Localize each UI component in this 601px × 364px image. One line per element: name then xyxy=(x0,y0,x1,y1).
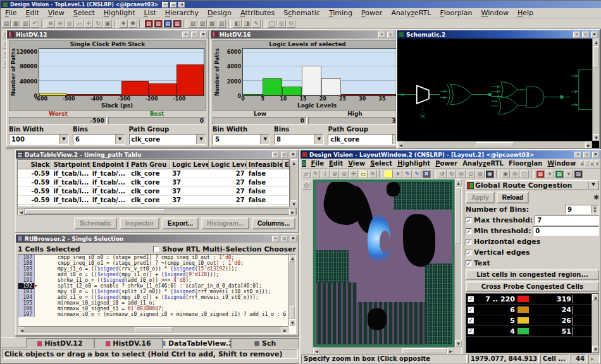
zoom-one-icon[interactable]: ⊙ xyxy=(466,170,475,178)
hist-bar[interactable] xyxy=(302,66,321,95)
maximize-button[interactable] xyxy=(281,236,288,242)
maximize-button[interactable] xyxy=(387,32,394,38)
plot-area[interactable] xyxy=(242,48,400,96)
scrollbar-thumb[interactable] xyxy=(25,209,164,214)
hist-bar[interactable] xyxy=(39,93,66,95)
map-color-icon[interactable]: ▦ xyxy=(555,170,564,178)
column-header[interactable]: Logic Leve xyxy=(170,160,209,169)
path-group-combobox[interactable]: clk_core xyxy=(328,134,402,145)
text-checkbox[interactable] xyxy=(466,260,472,267)
zoom-out-icon[interactable]: ⊖ xyxy=(56,20,65,28)
histogram-button[interactable]: Histogram... xyxy=(201,217,249,229)
table-horizontal-scrollbar[interactable]: ◀ ▶ xyxy=(17,208,297,215)
dropdown-icon[interactable]: ▾ xyxy=(545,170,554,178)
min-threshold-checkbox[interactable] xyxy=(466,228,472,234)
apply-button[interactable]: Apply xyxy=(466,191,495,203)
close-icon[interactable]: × xyxy=(595,161,599,166)
datatable-titlebar[interactable]: DataTableView.2 - timing_path Table xyxy=(16,150,298,159)
hist-bar[interactable] xyxy=(149,83,176,95)
close-button[interactable] xyxy=(178,2,185,8)
open-icon[interactable]: ▦ xyxy=(11,20,20,28)
table-row[interactable]: -0.59if_tcab/i...if_tcab/...clk_core3727… xyxy=(18,196,289,205)
dropdown-icon[interactable]: ▾ xyxy=(564,170,573,178)
close-button[interactable] xyxy=(290,152,297,158)
minimize-button[interactable] xyxy=(378,32,385,38)
maximize-icon[interactable]: ▫ xyxy=(590,161,594,166)
menu-power[interactable]: Power xyxy=(357,9,387,17)
code-line[interactable]: 189mpy_i1_o = (($signed(rrv_v_st0_o)) * … xyxy=(18,266,288,272)
scroll-left-icon[interactable]: ◀ xyxy=(313,348,320,354)
column-header[interactable]: Slack xyxy=(18,160,51,169)
menu-highlight[interactable]: Highlight xyxy=(395,160,433,167)
scroll-down-icon[interactable]: ▼ xyxy=(592,346,599,353)
column-header[interactable]: Path Grou xyxy=(129,160,170,169)
minimize-button[interactable] xyxy=(162,2,168,8)
zoom-box-icon[interactable]: ▣ xyxy=(485,170,494,178)
minimize-button[interactable] xyxy=(182,32,189,38)
number-of-bins-spinner[interactable]: 9 ▲▼ xyxy=(565,205,599,214)
select-icon[interactable]: ▱ xyxy=(302,170,311,178)
max-threshold-checkbox[interactable] xyxy=(466,217,472,224)
code-line[interactable]: 192▶split_i2_o0 = enable ? shrkw_i1_o[46… xyxy=(18,283,288,289)
close-button[interactable] xyxy=(200,32,207,38)
circle-icon[interactable]: ◯ xyxy=(268,20,276,28)
maximize-button[interactable] xyxy=(170,2,177,8)
dot-icon[interactable]: ⊙ xyxy=(287,20,295,28)
high-value-field[interactable]: 39 xyxy=(308,117,402,124)
maximize-button[interactable] xyxy=(191,32,198,38)
cross-probe-button[interactable]: Cross Probe Congested Cells xyxy=(466,281,599,292)
code-line[interactable]: 190add_i0_o = (($signed(mpy_i1_o)) + ($s… xyxy=(18,272,288,277)
zoom-in-icon[interactable]: ⊕ xyxy=(330,170,339,178)
column-header[interactable]: E xyxy=(283,160,289,169)
scrollbar-thumb[interactable] xyxy=(290,306,295,318)
map-dark-icon[interactable]: ▦ xyxy=(574,170,583,178)
hist-bar[interactable] xyxy=(243,94,263,95)
scrollbar-thumb[interactable] xyxy=(402,348,447,353)
legend-row[interactable]: 624 xyxy=(466,305,592,315)
code-line[interactable]: 191shrkw_i1_o = (($signed(add_i0_o)) >>>… xyxy=(18,277,288,283)
chevron-down-icon[interactable] xyxy=(588,181,598,189)
scroll-up-icon[interactable]: ▲ xyxy=(593,39,599,46)
menu-timing[interactable]: Timing xyxy=(325,9,357,17)
dropdown-icon[interactable]: ▾ xyxy=(393,170,402,178)
menu-file[interactable]: File xyxy=(308,160,326,167)
gear-icon[interactable]: ✱ xyxy=(593,193,599,202)
legend-checkbox[interactable] xyxy=(468,306,474,313)
minimize-button[interactable] xyxy=(573,32,580,38)
main-window-titlebar[interactable]: Design Vision - TopLevel.1 (CNSLRP) <@ip… xyxy=(1,1,601,8)
rotate-icon[interactable]: ↻ xyxy=(94,20,102,28)
menu-list[interactable]: List xyxy=(139,9,160,17)
menu-help[interactable]: Help xyxy=(513,9,538,17)
status-icon[interactable]: ▸ xyxy=(588,355,600,363)
palette-icon[interactable]: ◨ xyxy=(242,20,251,28)
layers-icon[interactable]: ▧ xyxy=(189,20,197,28)
path-group-combobox[interactable]: clk_core xyxy=(129,134,206,145)
pan-icon[interactable]: ✛ xyxy=(349,170,358,178)
tab-histdv-16[interactable]: ▆HistDV.16 xyxy=(94,338,163,348)
favorite-icon[interactable]: ✱ xyxy=(128,20,137,28)
congestion-header[interactable]: Global Route Congestion xyxy=(466,180,599,190)
schematic-horizontal-scrollbar[interactable]: ◀ ▶ xyxy=(397,141,592,148)
table-icon[interactable]: ▦ xyxy=(208,20,216,28)
hist-bar[interactable] xyxy=(66,94,94,95)
scroll-down-icon[interactable]: ▼ xyxy=(593,134,599,141)
legend-row[interactable]: 7 .. 220319 xyxy=(466,294,592,305)
list-cells-button[interactable]: List cells in congested region... xyxy=(466,269,599,280)
code-line[interactable]: 195minmaxw_i0_signed_i0 = add_i1_o; xyxy=(18,300,288,306)
menu-select[interactable]: Select xyxy=(69,9,99,17)
schematic-button[interactable]: Schematic xyxy=(74,217,117,229)
close-button[interactable] xyxy=(591,32,598,38)
pencil-icon[interactable]: ✎ xyxy=(252,20,261,28)
spinner-arrows-icon[interactable]: ▲▼ xyxy=(591,205,598,214)
code-line[interactable]: 187cmpp_ineq_i0_o0 = (stage_pred1) ? cmp… xyxy=(18,255,288,260)
maximize-button[interactable] xyxy=(583,152,590,158)
legend-checkbox[interactable] xyxy=(468,317,474,324)
add-icon[interactable]: ✚ xyxy=(119,20,128,28)
minimize-button[interactable] xyxy=(272,236,279,242)
edit-blue-icon[interactable]: ✎ xyxy=(403,170,412,178)
menu-analyzertl[interactable]: AnalyzeRTL xyxy=(387,9,435,17)
code-horizontal-scrollbar[interactable]: ◀ ▶ xyxy=(18,326,288,333)
schematic-canvas[interactable] xyxy=(397,39,592,141)
rtlbrowser-titlebar[interactable]: RtlBrowser.2 - Single Selection xyxy=(16,234,298,243)
layout-titlebar[interactable]: Design Vision - LayoutWindow.2 (CNSLRP) … xyxy=(300,150,600,159)
